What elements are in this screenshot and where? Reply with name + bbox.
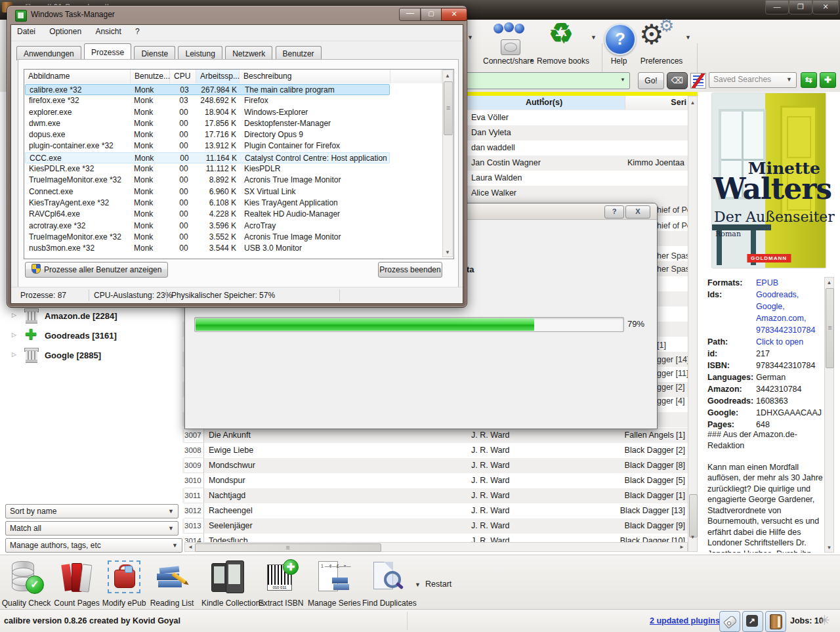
hidden-tool-dropdown-arrow[interactable]: ▼ bbox=[467, 34, 473, 41]
show-all-processes-button[interactable]: Prozesse aller Benutzer anzeigen bbox=[25, 262, 168, 278]
book-info-button[interactable] bbox=[765, 611, 786, 632]
book-row[interactable]: 3009 Mondschwur J. R. Ward Black Dagger … bbox=[182, 458, 688, 473]
manage-authors-dropdown[interactable]: Manage authors, tags, etc▼ bbox=[5, 538, 182, 553]
plugin-button[interactable]: ✓ ✚ Quality Check bbox=[1, 558, 51, 608]
column-header-user[interactable]: Benutze... bbox=[131, 70, 170, 83]
detail-value[interactable]: 9783442310784 bbox=[756, 360, 815, 371]
preferences-button[interactable]: ⚙ ⚙ Preferences bbox=[638, 22, 684, 67]
book-row[interactable]: 3013 Seelenjäger J. R. Ward Black Dagger… bbox=[182, 518, 688, 534]
copy-search-icon[interactable]: ⇆ bbox=[801, 72, 817, 88]
column-header-cpu[interactable]: CPU bbox=[170, 70, 196, 83]
help-button[interactable]: ? Help bbox=[604, 22, 634, 67]
menu-datei[interactable]: Datei bbox=[11, 25, 41, 38]
process-row[interactable]: KiesTrayAgent.exe *32 Monk 00 6.108 K Ki… bbox=[25, 198, 390, 209]
tab[interactable]: Leistung bbox=[178, 46, 222, 60]
tab[interactable]: Netzwerk bbox=[225, 46, 272, 60]
sidebar-item[interactable]: ▷ Amazon.de [2284] bbox=[3, 308, 178, 324]
plugin-button[interactable]: ✓ ✚ Reading List bbox=[147, 558, 197, 608]
plugin-button[interactable]: ✓ ✚ Kindle Collections bbox=[201, 558, 251, 608]
vscrollbar-thumb[interactable] bbox=[689, 494, 698, 537]
column-header-name[interactable]: Abbildname bbox=[24, 70, 131, 83]
process-row[interactable]: explorer.exe Monk 00 18.904 K Windows-Ex… bbox=[25, 107, 390, 118]
detail-value[interactable]: Goodreads, bbox=[756, 289, 799, 301]
detail-value[interactable]: 1608363 bbox=[756, 395, 788, 407]
open-arrow-button[interactable]: ↗ bbox=[742, 611, 763, 632]
book-row[interactable]: 3007 Die Ankunft J. R. Ward Fallen Angel… bbox=[182, 428, 688, 443]
plugin-button[interactable]: ✓ ✚ Manage Series bbox=[308, 558, 358, 608]
book-list-vscrollbar[interactable]: ▲ ▼ bbox=[688, 96, 698, 552]
process-row[interactable]: Connect.exe Monk 00 6.960 K SX Virtual L… bbox=[25, 186, 390, 198]
updated-plugins-link[interactable]: 2 updated plugins bbox=[650, 616, 720, 625]
remove-books-button[interactable]: ♻ Remove books bbox=[537, 22, 589, 67]
scroll-down-icon[interactable]: ▼ bbox=[443, 247, 452, 257]
saved-searches-dropdown[interactable]: Saved Searches▼ bbox=[709, 72, 797, 88]
detail-value[interactable]: EPUB bbox=[756, 277, 778, 289]
tab[interactable]: Prozesse bbox=[84, 43, 131, 59]
connect-share-button[interactable]: Connect/share bbox=[483, 22, 534, 67]
book-row[interactable]: 3008 Ewige Liebe J. R. Ward Black Dagger… bbox=[182, 443, 688, 458]
menu-help[interactable]: ? bbox=[129, 25, 146, 38]
scroll-up-icon[interactable]: ▲ bbox=[825, 278, 833, 287]
jobs-spinner-icon[interactable]: ✳ bbox=[819, 612, 830, 628]
save-search-icon[interactable]: ✚ bbox=[820, 72, 836, 88]
process-row[interactable]: dwm.exe Monk 00 17.856 K Desktopfenster-… bbox=[25, 118, 390, 129]
process-list-scrollbar[interactable]: ▲ ☰ ▼ bbox=[442, 70, 453, 257]
plugin-button[interactable]: ✓ ✚ Count Pages bbox=[52, 558, 102, 608]
process-row[interactable]: KiesPDLR.exe *32 Monk 00 11.112 K KiesPD… bbox=[25, 163, 390, 175]
close-button[interactable]: ✕ bbox=[441, 8, 467, 21]
detail-value[interactable]: 3442310784 bbox=[756, 383, 802, 395]
dialog-help-button[interactable]: ? bbox=[604, 205, 624, 219]
detail-value[interactable]: German bbox=[756, 371, 786, 383]
detail-value[interactable]: 217 bbox=[756, 348, 770, 360]
tab[interactable]: Anwendungen bbox=[16, 46, 81, 60]
process-row[interactable]: dopus.exe Monk 00 17.716 K Directory Opu… bbox=[25, 129, 390, 140]
expand-arrow-icon[interactable]: ▷ bbox=[12, 331, 16, 338]
book-list-hscrollbar[interactable]: ◄ ☰ ► bbox=[184, 542, 688, 552]
process-row[interactable]: firefox.exe *32 Monk 03 248.692 K Firefo… bbox=[25, 95, 390, 106]
expand-arrow-icon[interactable]: ▷ bbox=[12, 351, 16, 358]
menu-ansicht[interactable]: Ansicht bbox=[89, 25, 127, 38]
tab[interactable]: Dienste bbox=[134, 46, 175, 60]
book-row[interactable]: 3012 Racheengel J. R. Ward Black Dagger … bbox=[182, 503, 688, 518]
process-row[interactable]: TrueImageMonitor.exe *32 Monk 00 8.892 K… bbox=[25, 175, 390, 186]
menu-optionen[interactable]: Optionen bbox=[43, 25, 87, 38]
minimize-button[interactable]: — bbox=[765, 0, 789, 14]
column-header-authors[interactable]: ▲ Author(s) bbox=[463, 96, 625, 110]
sidebar-item[interactable]: ▷ Google [2885] bbox=[3, 348, 178, 364]
column-header-desc[interactable]: Beschreibung bbox=[240, 70, 390, 83]
restore-button[interactable]: ❐ bbox=[789, 0, 812, 14]
highlight-matches-icon[interactable] bbox=[690, 73, 706, 89]
process-row[interactable]: nusb3mon.exe *32 Monk 00 3.544 K USB 3.0… bbox=[25, 243, 390, 254]
search-go-button[interactable]: Go! bbox=[638, 72, 664, 89]
process-row[interactable]: TrueImageMonitor.exe *32 Monk 00 3.552 K… bbox=[25, 232, 390, 243]
hscrollbar-thumb[interactable]: ☰ bbox=[195, 543, 381, 552]
sidebar-item[interactable]: ▷ Goodreads [3161] bbox=[3, 328, 178, 344]
remove-books-dropdown-arrow[interactable]: ▼ bbox=[591, 34, 597, 41]
scroll-down-icon[interactable]: ▼ bbox=[688, 532, 697, 542]
details-scrollbar-thumb[interactable]: ☰ bbox=[826, 288, 834, 368]
match-dropdown[interactable]: Match all▼ bbox=[5, 521, 178, 536]
details-scrollbar[interactable]: ▲ ☰ ▼ bbox=[824, 277, 834, 553]
process-row[interactable]: plugin-container.exe *32 Monk 00 13.912 … bbox=[25, 140, 390, 152]
book-row[interactable]: 3010 Mondspur J. R. Ward Black Dagger [5… bbox=[182, 473, 688, 488]
detail-value[interactable]: 9783442310784 bbox=[756, 324, 815, 336]
book-row[interactable]: 3011 Nachtjagd J. R. Ward Black Dagger [… bbox=[182, 488, 688, 503]
minimize-button[interactable]: — bbox=[399, 8, 421, 21]
sort-by-dropdown[interactable]: Sort by name▼ bbox=[5, 504, 178, 518]
detail-value[interactable]: Google, bbox=[756, 301, 785, 312]
scroll-down-icon[interactable]: ▼ bbox=[825, 543, 833, 553]
plugin-button[interactable]: ✓ ✚ Modify ePub bbox=[99, 558, 149, 608]
process-row[interactable]: acrotray.exe *32 Monk 00 3.596 K AcroTra… bbox=[25, 221, 390, 232]
scroll-right-icon[interactable]: ► bbox=[678, 543, 686, 551]
restart-dropdown-arrow[interactable]: ▼ bbox=[415, 581, 421, 588]
plugin-button[interactable]: ✓ ✚ Extract ISBN bbox=[256, 558, 306, 608]
scroll-up-icon[interactable]: ▲ bbox=[443, 71, 452, 81]
process-row[interactable]: RAVCpl64.exe Monk 00 4.228 K Realtek HD … bbox=[25, 209, 390, 220]
close-button[interactable]: ✕ bbox=[812, 0, 839, 14]
scrollbar-thumb[interactable]: ☰ bbox=[444, 81, 453, 135]
plugin-button[interactable]: ✓ ✚ Find Duplicates bbox=[362, 558, 412, 608]
detail-value[interactable]: 1DHXGAAACAAJ bbox=[756, 407, 822, 419]
expand-arrow-icon[interactable]: ▷ bbox=[12, 312, 16, 318]
column-header-mem[interactable]: Arbeitssp... bbox=[196, 70, 240, 83]
preferences-dropdown-arrow[interactable]: ▼ bbox=[685, 34, 691, 41]
